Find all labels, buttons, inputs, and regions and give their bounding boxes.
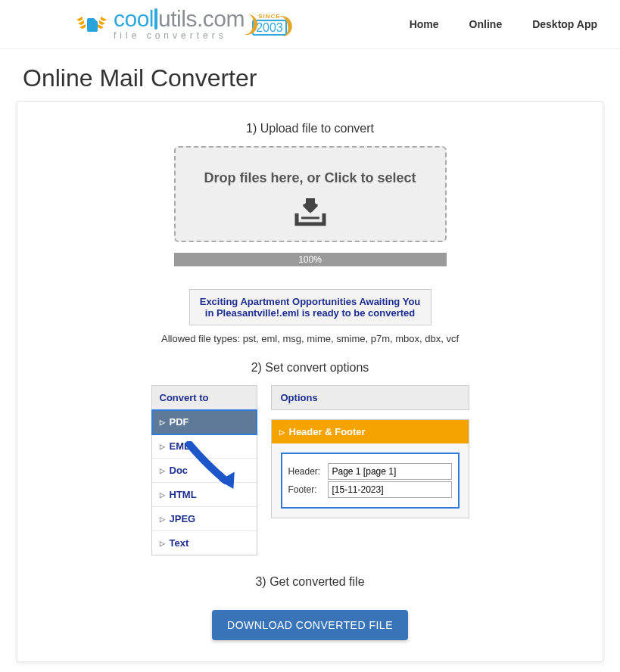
convert-to-list: Convert to ▷PDF ▷EML ▷Doc ▷HTML ▷JPEG ▷T…	[151, 385, 257, 555]
file-ready-banner: Exciting Apartment Opportunities Awaitin…	[189, 289, 432, 325]
triangle-icon: ▷	[160, 515, 165, 523]
format-eml[interactable]: ▷EML	[152, 434, 257, 459]
header-footer-body: Header: Footer:	[281, 453, 460, 509]
footer-input[interactable]	[328, 481, 452, 498]
triangle-icon: ▷	[160, 418, 165, 426]
format-doc[interactable]: ▷Doc	[152, 459, 257, 483]
nav-home[interactable]: Home	[410, 18, 439, 30]
format-jpeg[interactable]: ▷JPEG	[152, 507, 257, 531]
page-title: Online Mail Converter	[0, 49, 620, 101]
allowed-types: Allowed file types: pst, eml, msg, mime,…	[17, 333, 603, 344]
format-html[interactable]: ▷HTML	[152, 483, 257, 507]
header-footer-head[interactable]: ▷ Header & Footer	[272, 420, 469, 443]
step3-heading: 3) Get converted file	[17, 575, 603, 589]
triangle-icon: ▷	[160, 491, 165, 499]
step2-panel: Convert to ▷PDF ▷EML ▷Doc ▷HTML ▷JPEG ▷T…	[83, 385, 537, 555]
footer-label: Footer:	[288, 484, 325, 495]
brand-text: coolutils.com file converters	[114, 8, 245, 40]
file-dropzone[interactable]: Drop files here, or Click to select	[174, 146, 447, 242]
upload-progress: 100%	[174, 253, 447, 266]
brand-subtitle: file converters	[114, 32, 245, 40]
triangle-icon: ▷	[160, 467, 165, 474]
triangle-icon: ▷	[160, 443, 165, 450]
brand-cool: cool	[114, 6, 154, 31]
download-tray-icon	[183, 197, 438, 227]
format-pdf[interactable]: ▷PDF	[152, 410, 257, 434]
brand-utils: utils	[158, 6, 197, 31]
options-column: Options ▷ Header & Footer Header: Footer…	[271, 385, 469, 555]
since-badge: ❨ SINCE 2003 ❩	[251, 8, 288, 41]
header-input[interactable]	[328, 463, 452, 480]
header-footer-panel: ▷ Header & Footer Header: Footer:	[271, 419, 469, 518]
laurel-right-icon: ❩	[275, 10, 298, 39]
svg-rect-2	[306, 198, 315, 206]
logo-block[interactable]: coolutils.com file converters ❨ SINCE 20…	[76, 8, 288, 41]
converter-card: 1) Upload file to convert Drop files her…	[17, 101, 603, 662]
main-nav: Home Online Desktop App	[410, 18, 597, 30]
convert-to-head: Convert to	[152, 386, 257, 410]
nav-desktop[interactable]: Desktop App	[532, 18, 597, 30]
options-head[interactable]: Options	[271, 385, 469, 410]
step2-heading: 2) Set convert options	[17, 361, 603, 375]
nav-online[interactable]: Online	[469, 18, 503, 30]
triangle-icon: ▷	[160, 540, 165, 547]
top-bar: coolutils.com file converters ❨ SINCE 20…	[0, 0, 620, 49]
wings-logo-icon	[76, 12, 107, 36]
step1-heading: 1) Upload file to convert	[17, 122, 603, 135]
dropzone-text: Drop files here, or Click to select	[183, 170, 438, 186]
progress-percent: 100%	[298, 254, 322, 265]
brand-dotcom: .com	[197, 6, 245, 31]
header-label: Header:	[288, 466, 325, 477]
download-converted-button[interactable]: DOWNLOAD CONVERTED FILE	[212, 610, 408, 640]
format-text[interactable]: ▷Text	[152, 531, 257, 555]
triangle-icon: ▷	[279, 428, 285, 436]
